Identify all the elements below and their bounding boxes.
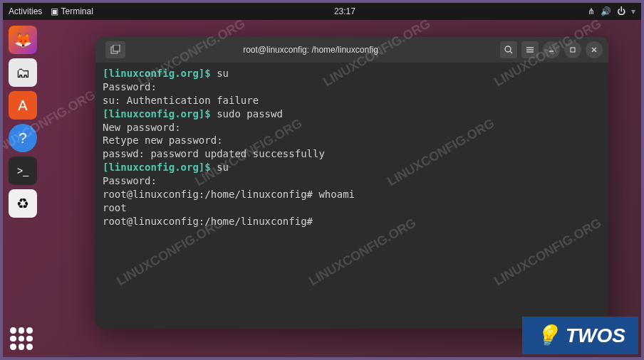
firefox-launcher[interactable]: 🦊 [9,26,37,54]
terminal-window: root@linuxconfig: /home/linuxconfig [lin… [95,37,608,329]
lightbulb-icon: 💡 [535,324,560,347]
terminal-output[interactable]: [linuxconfig.org]$ suPassword:su: Authen… [95,63,608,329]
menu-button[interactable] [521,41,539,58]
volume-icon[interactable]: 🔊 [601,6,611,16]
network-icon[interactable]: ⋔ [588,6,595,16]
software-launcher[interactable]: A [9,91,37,120]
top-bar: Activities ▣ Terminal 23:17 ⋔ 🔊 ⏻ ▾ [3,3,641,20]
search-button[interactable] [500,41,517,58]
new-tab-button[interactable] [105,41,125,58]
power-icon[interactable]: ⏻ [617,6,625,16]
close-icon [591,46,598,53]
files-launcher[interactable]: 🗂 [9,58,37,87]
activities-button[interactable]: Activities [9,6,42,16]
svg-point-2 [505,46,511,52]
current-app-indicator[interactable]: ▣ Terminal [51,6,93,16]
clock[interactable]: 23:17 [102,6,588,16]
badge-text: TWOS [566,324,625,347]
terminal-topbar-icon: ▣ [51,6,61,16]
hamburger-icon [526,46,534,54]
svg-rect-8 [571,48,575,52]
window-title: root@linuxconfig: /home/linuxconfig [125,45,496,55]
close-button[interactable] [586,41,603,58]
system-menu-chevron-icon[interactable]: ▾ [631,6,635,16]
svg-line-3 [510,51,512,53]
search-icon [504,46,513,54]
maximize-icon [569,46,576,53]
minimize-button[interactable] [543,41,560,58]
terminal-launcher[interactable]: >_ [9,157,37,185]
trash-launcher[interactable]: ♻ [9,189,37,218]
dock: 🦊 🗂 A ? >_ ♻ [6,23,40,354]
maximize-button[interactable] [564,41,581,58]
window-titlebar[interactable]: root@linuxconfig: /home/linuxconfig [95,37,608,63]
new-tab-icon [110,45,120,55]
svg-rect-1 [113,45,120,51]
minimize-icon [548,46,555,53]
twos-badge: 💡 TWOS [522,317,638,354]
show-applications-button[interactable] [10,327,33,350]
help-launcher[interactable]: ? [9,124,37,152]
